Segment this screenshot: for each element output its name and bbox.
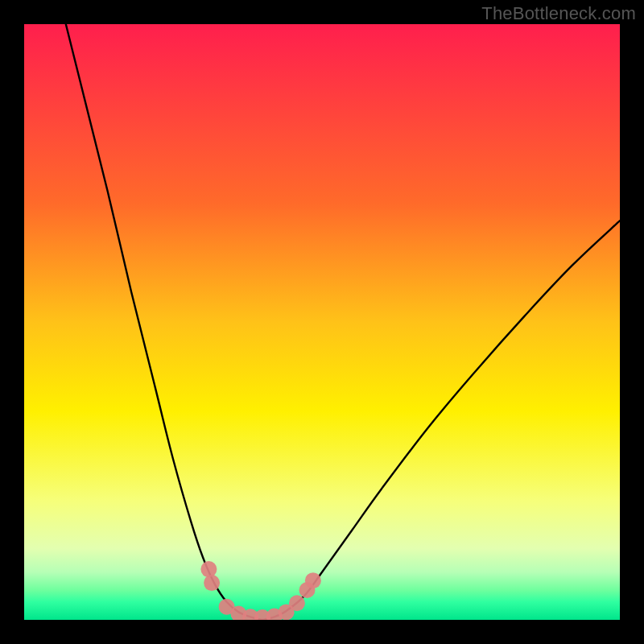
marker-bottom-markers-1 bbox=[204, 575, 220, 591]
chart-svg bbox=[24, 24, 620, 620]
watermark-text: TheBottleneck.com bbox=[481, 3, 636, 24]
marker-bottom-markers-8 bbox=[289, 595, 305, 611]
plot-area bbox=[24, 24, 620, 620]
marker-bottom-markers-10 bbox=[305, 572, 321, 588]
gradient-background bbox=[24, 24, 620, 620]
outer-frame: TheBottleneck.com bbox=[0, 0, 644, 644]
marker-bottom-markers-0 bbox=[200, 561, 217, 577]
